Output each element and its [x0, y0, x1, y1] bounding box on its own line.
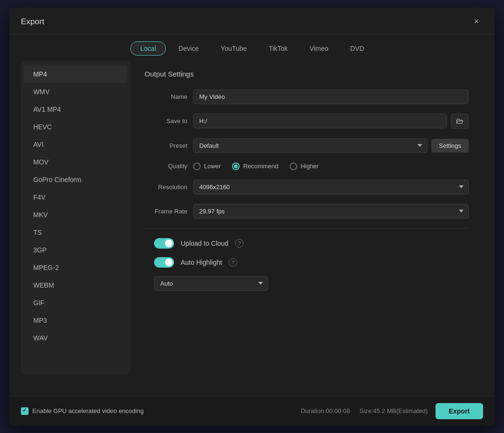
quality-recommend-radio[interactable] — [232, 163, 240, 170]
quality-lower-radio[interactable] — [193, 163, 201, 170]
close-button[interactable]: × — [470, 15, 483, 29]
quality-recommend[interactable]: Recommend — [232, 163, 278, 170]
tab-device[interactable]: Device — [169, 41, 208, 56]
tab-dvd[interactable]: DVD — [341, 41, 374, 56]
format-3gp[interactable]: 3GP — [24, 241, 127, 259]
frame-rate-row: Frame Rate 29.97 fps 23.976 fps 25 fps 3… — [145, 204, 469, 219]
format-av1mp4[interactable]: AV1 MP4 — [24, 101, 127, 118]
format-mov[interactable]: MOV — [24, 154, 127, 171]
format-wmv[interactable]: WMV — [24, 83, 127, 100]
resolution-row: Resolution 4096x2160 1920x1080 1280x720 … — [145, 180, 469, 194]
format-mp4[interactable]: MP4 — [24, 66, 127, 83]
format-f4v[interactable]: F4V — [24, 189, 127, 206]
tab-youtube[interactable]: YouTube — [211, 41, 256, 56]
format-gif[interactable]: GIF — [24, 294, 127, 311]
quality-higher-radio[interactable] — [290, 163, 297, 170]
save-to-label: Save to — [145, 117, 187, 125]
divider — [145, 228, 469, 229]
frame-rate-label: Frame Rate — [145, 208, 187, 215]
content-area: MP4 WMV AV1 MP4 HEVC AVI MOV GoPro Cinef… — [10, 60, 494, 396]
footer-info: Duration:00:00:08 Size:45.2 MB(Estimated… — [301, 407, 428, 414]
auto-highlight-help-icon[interactable]: ? — [229, 258, 237, 267]
settings-button[interactable]: Settings — [431, 139, 469, 153]
format-mpeg2[interactable]: MPEG-2 — [24, 259, 127, 276]
format-wav[interactable]: WAV — [24, 329, 127, 346]
preset-label: Preset — [145, 142, 187, 149]
size-info: Size:45.2 MB(Estimated) — [359, 407, 428, 414]
export-button[interactable]: Export — [436, 403, 483, 419]
tabs-bar: Local Device YouTube TikTok Vimeo DVD — [10, 35, 494, 60]
quality-row: Quality Lower Recommend Higher — [145, 163, 469, 170]
tab-tiktok[interactable]: TikTok — [259, 41, 297, 56]
auto-highlight-slider — [154, 257, 174, 268]
name-row: Name — [145, 89, 469, 104]
format-ts[interactable]: TS — [24, 224, 127, 241]
preset-select[interactable]: Default High Quality Low Quality — [193, 138, 427, 153]
name-input[interactable] — [193, 89, 469, 104]
upload-cloud-row: Upload to Cloud ? — [145, 238, 469, 249]
preset-row: Preset Default High Quality Low Quality … — [145, 138, 469, 153]
quality-lower-label: Lower — [204, 163, 221, 170]
quality-options: Lower Recommend Higher — [193, 163, 319, 170]
export-dialog: Export × Local Device YouTube TikTok Vim… — [10, 8, 494, 426]
quality-higher-label: Higher — [300, 163, 319, 170]
auto-select-select[interactable]: Auto Manual — [154, 276, 268, 291]
folder-button[interactable]: 🗁 — [451, 114, 469, 129]
upload-cloud-toggle[interactable] — [154, 238, 174, 249]
preset-input-group: Default High Quality Low Quality Setting… — [193, 138, 469, 153]
section-title: Output Settings — [145, 70, 469, 78]
format-sidebar: MP4 WMV AV1 MP4 HEVC AVI MOV GoPro Cinef… — [21, 60, 130, 374]
upload-cloud-slider — [154, 238, 174, 249]
format-avi[interactable]: AVI — [24, 136, 127, 153]
upload-cloud-label: Upload to Cloud — [181, 240, 228, 247]
dialog-header: Export × — [10, 8, 494, 35]
dialog-title: Export — [21, 17, 44, 27]
tab-local[interactable]: Local — [130, 41, 166, 56]
quality-recommend-label: Recommend — [243, 163, 278, 170]
format-hevc[interactable]: HEVC — [24, 118, 127, 135]
format-webm[interactable]: WEBM — [24, 277, 127, 294]
save-to-input[interactable] — [193, 114, 447, 128]
resolution-label: Resolution — [145, 183, 187, 191]
output-settings-panel: Output Settings Name Save to 🗁 Preset — [130, 60, 483, 388]
auto-highlight-toggle[interactable] — [154, 257, 174, 268]
gpu-checkbox-row[interactable]: Enable GPU accelerated video encoding — [21, 407, 144, 415]
duration-info: Duration:00:00:08 — [301, 407, 350, 414]
tab-vimeo[interactable]: Vimeo — [300, 41, 338, 56]
format-mp3[interactable]: MP3 — [24, 312, 127, 329]
auto-select-row: Auto Manual — [145, 276, 469, 291]
auto-highlight-label: Auto Highlight — [181, 259, 222, 266]
resolution-select[interactable]: 4096x2160 1920x1080 1280x720 720x480 — [193, 180, 469, 194]
auto-highlight-row: Auto Highlight ? — [145, 257, 469, 268]
quality-lower[interactable]: Lower — [193, 163, 221, 170]
name-label: Name — [145, 93, 187, 100]
save-to-input-group: 🗁 — [193, 114, 469, 129]
gpu-checkbox-label: Enable GPU accelerated video encoding — [32, 407, 144, 414]
quality-higher[interactable]: Higher — [290, 163, 319, 170]
format-gopro[interactable]: GoPro Cineform — [24, 171, 127, 188]
gpu-checkbox[interactable] — [21, 407, 29, 415]
save-to-row: Save to 🗁 — [145, 114, 469, 129]
dialog-footer: Enable GPU accelerated video encoding Du… — [10, 396, 494, 426]
frame-rate-select[interactable]: 29.97 fps 23.976 fps 25 fps 30 fps 60 fp… — [193, 204, 469, 219]
upload-cloud-help-icon[interactable]: ? — [235, 239, 243, 248]
format-mkv[interactable]: MKV — [24, 206, 127, 223]
quality-label: Quality — [145, 163, 187, 170]
